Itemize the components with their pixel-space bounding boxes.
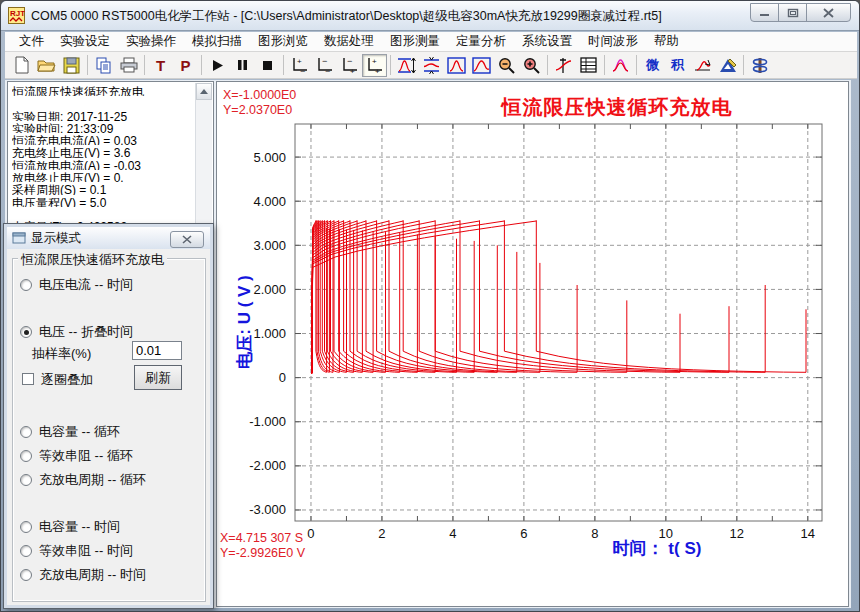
option-capacity-cycle[interactable]: 电容量 -- 循环 [20,423,120,441]
option-voltage-folded-time[interactable]: 电压 -- 折叠时间 [20,323,133,341]
derivative-button[interactable]: 微 [640,54,665,77]
info-line: 恒流充电电流(A) = 0.03 [12,133,193,145]
axis-expand-y-button[interactable]: −+ [337,54,362,77]
p-marker-button[interactable]: P [173,54,198,77]
stop-button[interactable] [255,54,280,77]
x-tick-label: 2 [378,526,385,541]
radio-icon [20,545,32,557]
autoscale-y-icon [397,57,416,74]
copy-button[interactable] [91,54,116,77]
radio-icon [20,426,32,438]
minimize-icon [759,8,771,17]
menu-graph-browse[interactable]: 图形浏览 [250,31,316,52]
info-line: 恒流限压快速循环充放电 [12,84,193,96]
option-esr-cycle[interactable]: 等效串阻 -- 循环 [20,447,133,465]
svg-text:+: + [350,67,355,74]
menu-system-settings[interactable]: 系统设置 [514,31,580,52]
menu-experiment-setup[interactable]: 实验设定 [52,31,118,52]
x-tick-label: 0 [307,526,314,541]
axis-expand-x-button[interactable]: +− [287,54,312,77]
option-capacity-time[interactable]: 电容量 -- 时间 [20,518,120,536]
autoscale-y-button[interactable] [394,54,419,77]
info-line: 恒流放电电流(A) = -0.03 [12,158,193,170]
smooth-curve-button[interactable] [690,54,715,77]
window-title: COM5 0000 RST5000电化学工作站 - [C:\Users\Admi… [31,8,662,25]
close-icon [823,8,834,18]
peak-window-2-button[interactable] [469,54,494,77]
x-axis-label: 时间： t( S) [457,537,857,560]
sample-rate-input[interactable] [132,341,182,360]
data-list-icon [580,57,597,73]
axis-shrink-x-button[interactable]: −− [312,54,337,77]
svg-text:−: − [300,66,305,74]
menu-file[interactable]: 文件 [11,31,52,52]
toolbar-separator [87,55,88,75]
rotate-3d-button[interactable] [747,54,772,77]
pause-icon [237,59,248,71]
compress-y-button[interactable] [419,54,444,77]
option-voltage-current-time[interactable]: 电压电流 -- 时间 [20,276,133,294]
cursor-measure-button[interactable] [551,54,576,77]
minimize-button[interactable] [750,3,779,22]
menu-graph-measure[interactable]: 图形测量 [382,31,448,52]
save-floppy-icon [63,57,80,74]
overlay-curves-button[interactable] [608,54,633,77]
option-period-time[interactable]: 充放电周期 -- 时间 [20,566,146,584]
play-icon [212,59,224,72]
overlay-checkbox[interactable] [22,373,34,385]
y-tick-label: 5.000 [253,150,286,165]
radio-selected-icon [20,326,32,338]
plot-area[interactable] [295,124,822,521]
mode-group-label: 恒流限压快速循环充放电 [18,251,167,269]
peak-window-icon [447,57,466,74]
pause-button[interactable] [230,54,255,77]
close-button[interactable] [806,3,851,22]
svg-text:−: − [325,66,330,74]
open-folder-icon [37,57,56,73]
axis-expand-both-button[interactable]: ++ [362,54,387,77]
option-esr-time[interactable]: 等效串阻 -- 时间 [20,542,133,560]
scrollbar-up-button[interactable] [196,83,212,100]
toolbar-separator [201,55,202,75]
display-mode-dialog: 显示模式 恒流限压快速循环充放电 电压电流 -- 时间 电压 -- 折叠时间 抽… [3,223,214,609]
info-line: 放电终止电压(V) = 0. [12,170,193,182]
menu-analog-scan[interactable]: 模拟扫描 [184,31,250,52]
menu-bar: 文件 实验设定 实验操作 模拟扫描 图形浏览 数据处理 图形测量 定量分析 系统… [5,32,857,52]
measure-tools-button[interactable] [715,54,740,77]
restore-icon [787,8,799,18]
dialog-close-icon [182,235,192,244]
option-period-cycle[interactable]: 充放电周期 -- 循环 [20,471,146,489]
peak-window-1-button[interactable] [444,54,469,77]
dialog-title-bar[interactable]: 显示模式 [7,227,210,249]
axis-minus-plus-icon: −+ [341,56,359,74]
svg-text:RJT: RJT [10,9,25,18]
toolbar-separator [547,55,548,75]
dialog-close-button[interactable] [170,231,204,248]
info-line: 电压量程(V) = 5.0 [12,195,193,207]
menu-experiment-operation[interactable]: 实验操作 [118,31,184,52]
new-file-button[interactable] [9,54,34,77]
open-file-button[interactable] [34,54,59,77]
data-list-button[interactable] [576,54,601,77]
integral-button[interactable]: 积 [665,54,690,77]
menu-time-waveform[interactable]: 时间波形 [580,31,646,52]
svg-text:−: − [322,56,327,66]
menu-help[interactable]: 帮助 [646,31,687,52]
x-tick-label: 4 [449,526,456,541]
save-button[interactable] [59,54,84,77]
compress-y-icon [422,57,441,74]
menu-data-processing[interactable]: 数据处理 [316,31,382,52]
toolbar: T P +− −− −+ ++ 微 积 [5,52,857,79]
print-button[interactable] [116,54,141,77]
zoom-out-button[interactable] [494,54,519,77]
t-marker-button[interactable]: T [148,54,173,77]
restore-button[interactable] [778,3,807,22]
title-bar[interactable]: RJT COM5 0000 RST5000电化学工作站 - [C:\Users\… [1,1,860,31]
zoom-in-button[interactable] [519,54,544,77]
menu-quantitative-analysis[interactable]: 定量分析 [448,31,514,52]
run-button[interactable] [205,54,230,77]
svg-text:−: − [347,56,352,66]
refresh-button[interactable]: 刷新 [134,365,182,390]
info-line: 实验时间: 21:33:09 [12,121,193,133]
toolbar-separator [144,55,145,75]
